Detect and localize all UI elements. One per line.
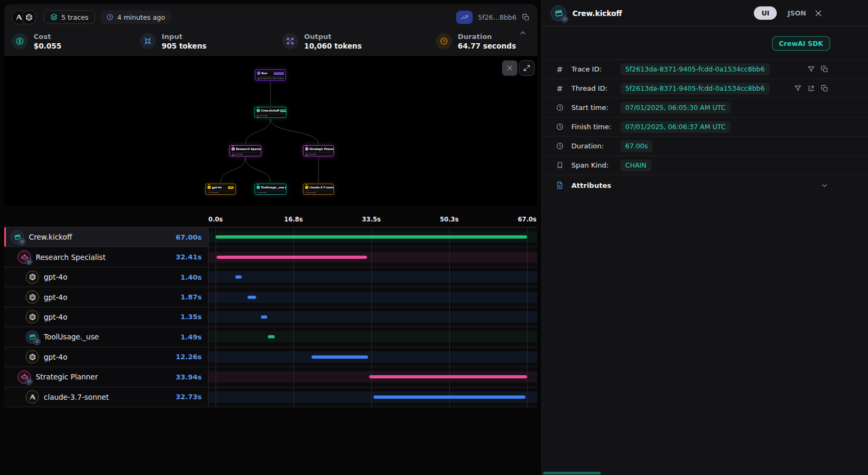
waterfall-row-claude-3-7-sonnet[interactable]: claude-3.7-sonnet32.73s — [4, 387, 537, 407]
graph-node-titlerow: RunSESSION — [257, 71, 284, 75]
span-duration: 12.26s — [176, 353, 208, 361]
graph-node-claude-3-7-sonnet[interactable]: claude-3.7-sonnetLLM33 seconds — [303, 184, 334, 195]
external-link-icon[interactable] — [807, 84, 815, 92]
waterfall-row-gpt-4o[interactable]: gpt-4o1.35s — [4, 307, 537, 327]
waterfall-row-crew-kickoff[interactable]: Crew.kickoff67.00s — [4, 227, 537, 247]
graph-node-gpt-4o[interactable]: gpt-4oLLM12 seconds — [205, 184, 236, 195]
span-bar[interactable] — [235, 275, 242, 279]
node-subtitle: 32 seconds — [232, 152, 259, 155]
field-actions — [794, 84, 829, 92]
span-track-band — [209, 311, 537, 322]
graph-node-titlerow: Research SpecialistAGENT — [232, 147, 259, 151]
waterfall-row-gpt-4o[interactable]: gpt-4o1.40s — [4, 267, 537, 287]
field-label: Trace ID: — [571, 65, 616, 73]
span-name-cell: ToolUsage._use1.49s — [4, 327, 209, 346]
filter-icon[interactable] — [807, 65, 815, 73]
node-port-top — [232, 145, 234, 147]
close-panel-button[interactable] — [814, 9, 823, 18]
node-kind-badge: CHAIN — [280, 109, 286, 112]
graph-node-strategic-planner[interactable]: Strategic PlannerAGENT34 seconds — [303, 145, 334, 156]
span-name-cell: gpt-4o1.35s — [4, 307, 209, 327]
metrics-button[interactable] — [456, 11, 473, 24]
node-port-top — [257, 107, 259, 108]
node-type-icon — [208, 186, 211, 189]
waterfall-row-gpt-4o[interactable]: gpt-4o1.87s — [4, 287, 537, 307]
span-name-cell: Strategic Planner33.94s — [4, 367, 209, 386]
stat-cost: Cost$0.055 — [12, 32, 140, 51]
copy-icon[interactable] — [821, 84, 829, 92]
graph-node-crew-kickoff[interactable]: Crew.kickoffCHAIN67 seconds — [254, 107, 286, 118]
field-label: Finish time: — [571, 123, 616, 131]
span-bar[interactable] — [248, 296, 256, 299]
copy-trace-id-icon[interactable] — [522, 13, 530, 21]
node-port-bottom — [257, 79, 260, 81]
stat-label: Duration — [458, 32, 516, 42]
span-bar[interactable] — [261, 315, 267, 319]
span-bar[interactable] — [216, 235, 527, 239]
span-track — [209, 347, 537, 367]
graph-node-run[interactable]: RunSESSION5f2613da-8371-9405-fcdd-0a1534… — [255, 69, 286, 81]
stats-row: Cost$0.055Input905 tokensOutput10,060 to… — [4, 30, 537, 56]
sdk-row: CrewAI SDK — [542, 27, 868, 59]
field-label: Thread ID: — [571, 84, 616, 92]
trending-up-icon — [460, 13, 468, 21]
openai-icon — [25, 13, 33, 21]
tab-json[interactable]: JSON — [787, 9, 806, 17]
span-bar[interactable] — [217, 256, 367, 259]
span-name-label: gpt-4o — [44, 273, 67, 281]
span-name-cell: Crew.kickoff67.00s — [4, 227, 209, 247]
agent-icon — [18, 250, 31, 264]
tab-ui[interactable]: UI — [754, 6, 777, 20]
span-bar[interactable] — [369, 375, 527, 378]
node-title: ToolUsage._use — [261, 186, 284, 189]
waterfall-row-research-specialist[interactable]: Research Specialist32.41s — [4, 247, 537, 267]
graph-node-titlerow: claude-3.7-sonnetLLM — [305, 185, 332, 189]
anthropic-icon — [26, 390, 39, 403]
node-kind-badge: TOOL — [285, 186, 286, 189]
filter-icon[interactable] — [794, 84, 802, 92]
stat-output: Output10,060 tokens — [282, 32, 436, 51]
axis-tick: 16.8s — [284, 216, 302, 223]
graph-node-titlerow: Strategic PlannerAGENT — [305, 147, 332, 151]
stat-text: Input905 tokens — [162, 32, 206, 51]
waterfall-row-toolusage-use[interactable]: ToolUsage._use1.49s — [4, 327, 537, 347]
node-type-icon — [257, 186, 260, 189]
span-name-cell: claude-3.7-sonnet32.73s — [4, 387, 209, 407]
node-type-icon — [305, 147, 308, 151]
span-bar[interactable] — [268, 335, 275, 338]
dollar-icon — [12, 33, 28, 49]
node-title: Strategic Planner — [309, 147, 334, 151]
collapse-stats-button[interactable] — [518, 29, 528, 36]
node-port-bottom — [305, 155, 308, 156]
trace-graph-canvas[interactable]: RunSESSION5f2613da-8371-9405-fcdd-0a1534… — [4, 56, 537, 205]
node-type-icon — [257, 109, 260, 112]
graph-node-research-specialist[interactable]: Research SpecialistAGENT32 seconds — [229, 145, 261, 156]
copy-icon[interactable] — [821, 65, 829, 73]
stat-text: Output10,060 tokens — [304, 32, 362, 51]
span-bar[interactable] — [312, 355, 369, 359]
stat-duration: Duration64.77 seconds — [436, 32, 516, 51]
waterfall-row-gpt-4o[interactable]: gpt-4o12.26s — [4, 347, 537, 367]
axis-tick: 50.3s — [440, 216, 458, 223]
span-bar[interactable] — [373, 395, 525, 399]
node-port-top — [305, 145, 308, 147]
chevron-down-icon — [821, 181, 829, 189]
horizontal-scrollbar-thumb[interactable] — [543, 472, 601, 474]
stat-label: Cost — [34, 32, 61, 42]
clock-icon — [555, 142, 564, 151]
node-subtitle: 33 seconds — [305, 191, 332, 194]
waterfall-row-strategic-planner[interactable]: Strategic Planner33.94s — [4, 367, 537, 387]
graph-expand-button[interactable] — [519, 60, 535, 76]
close-icon — [506, 65, 513, 72]
field-value: 07/01/2025, 06:05:30 AM UTC — [620, 102, 730, 114]
app-root: 5 traces 4 minutes ago 5f26...8bb6 Cost$… — [0, 0, 868, 475]
attributes-section-toggle[interactable]: Attributes — [542, 175, 868, 195]
graph-close-button[interactable] — [502, 60, 517, 76]
field-row-finish-time: Finish time:07/01/2025, 06:06:37 AM UTC — [542, 117, 868, 136]
node-type-icon — [257, 72, 260, 75]
field-label: Start time: — [571, 104, 616, 112]
stat-text: Duration64.77 seconds — [458, 32, 516, 51]
traces-count-badge[interactable]: 5 traces — [44, 10, 95, 24]
time-ago-badge[interactable]: 4 minutes ago — [100, 10, 171, 24]
graph-node-toolusage-use[interactable]: ToolUsage._useTOOL1 seconds — [254, 184, 286, 195]
